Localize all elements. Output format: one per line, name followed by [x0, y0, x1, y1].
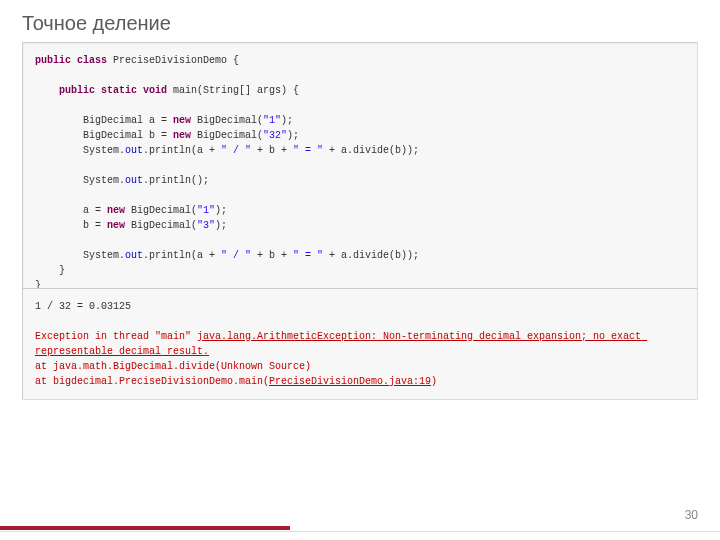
code-token: new: [173, 115, 191, 126]
code-token: );: [281, 115, 293, 126]
code-token: out: [125, 250, 143, 261]
code-token: );: [287, 130, 299, 141]
code-token: "1": [263, 115, 281, 126]
code-token: a =: [35, 205, 107, 216]
output-token: ): [431, 376, 437, 387]
code-token: BigDecimal a =: [35, 115, 173, 126]
code-token: BigDecimal(: [125, 220, 197, 231]
code-token: b =: [35, 220, 107, 231]
code-token: void: [137, 85, 167, 96]
exception-line: Exception in thread "main" java.lang.Ari…: [35, 331, 647, 387]
code-token: static: [95, 85, 137, 96]
code-token: "1": [197, 205, 215, 216]
code-token: public: [35, 85, 95, 96]
page-number: 30: [685, 508, 698, 522]
code-token: class: [71, 55, 107, 66]
code-token: " / ": [221, 250, 251, 261]
code-token: + b +: [251, 145, 293, 156]
source-link: PreciseDivisionDemo.java:19: [269, 376, 431, 387]
code-token: new: [173, 130, 191, 141]
code-token: BigDecimal(: [125, 205, 197, 216]
output-block: 1 / 32 = 0.03125 Exception in thread "ma…: [22, 288, 698, 400]
code-token: PreciseDivisionDemo {: [107, 55, 239, 66]
code-token: + b +: [251, 250, 293, 261]
slide-title: Точное деление: [22, 12, 171, 35]
footer-divider: [0, 531, 720, 532]
code-token: BigDecimal(: [191, 130, 263, 141]
output-line: 1 / 32 = 0.03125: [35, 301, 131, 312]
code-token: out: [125, 175, 143, 186]
code-token: "32": [263, 130, 287, 141]
code-token: BigDecimal(: [191, 115, 263, 126]
code-token: " = ": [293, 145, 323, 156]
code-token: System.: [35, 145, 125, 156]
code-block: public class PreciseDivisionDemo { publi…: [22, 42, 698, 304]
code-token: public: [35, 55, 71, 66]
code-token: .println(a +: [143, 145, 221, 156]
code-token: " / ": [221, 145, 251, 156]
code-token: );: [215, 205, 227, 216]
stack-frame: at java.math.BigDecimal.divide(Unknown S…: [35, 361, 311, 372]
code-token: " = ": [293, 250, 323, 261]
code-token: }: [35, 265, 65, 276]
code-token: );: [215, 220, 227, 231]
code-token: new: [107, 220, 125, 231]
code-token: new: [107, 205, 125, 216]
slide: Точное деление public class PreciseDivis…: [0, 0, 720, 540]
code-token: main(String[] args) {: [167, 85, 299, 96]
code-token: System.: [35, 175, 125, 186]
code-token: out: [125, 145, 143, 156]
code-token: + a.divide(b));: [323, 145, 419, 156]
footer-accent-bar: [0, 526, 290, 530]
code-token: System.: [35, 250, 125, 261]
code-token: .println();: [143, 175, 209, 186]
code-token: "3": [197, 220, 215, 231]
code-token: .println(a +: [143, 250, 221, 261]
output-token: at bigdecimal.PreciseDivisionDemo.main(: [35, 376, 269, 387]
code-token: + a.divide(b));: [323, 250, 419, 261]
exception-class: java.lang.ArithmeticException: [197, 331, 371, 342]
output-token: Exception in thread "main": [35, 331, 197, 342]
code-token: BigDecimal b =: [35, 130, 173, 141]
